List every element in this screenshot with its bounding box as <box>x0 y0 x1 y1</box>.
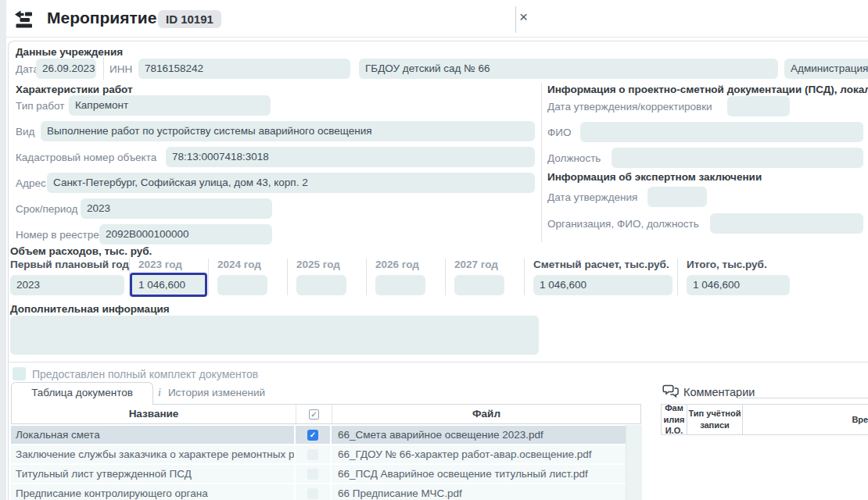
section-additional-info: Дополнительная информация <box>10 303 170 315</box>
inn-label: ИНН <box>109 63 132 75</box>
period-input[interactable]: 2023 <box>81 198 272 219</box>
checkbox-unchecked[interactable] <box>307 449 318 460</box>
expense-input[interactable]: 1 046,600 <box>533 275 673 295</box>
expense-input-focused[interactable]: 1 046,600 <box>130 273 207 297</box>
document-checkbox-cell <box>296 484 332 500</box>
inn-input[interactable]: 7816158242 <box>138 59 350 79</box>
table-row[interactable]: Титульный лист утвержденной ПСД66_ПСД Ав… <box>11 465 626 483</box>
tab-change-history[interactable]: iИстория изменений <box>158 382 265 403</box>
documents-complete-checkbox[interactable] <box>13 367 26 380</box>
psd-position-input[interactable] <box>612 148 863 168</box>
expenses-row: Первый плановый год20232023 год1 046,600… <box>10 259 793 297</box>
table-row[interactable]: Локальная смета✓66_Смета аварийное освещ… <box>11 426 626 444</box>
address-input[interactable]: Санкт-Петербург, Софийская улица, дом 43… <box>47 173 535 193</box>
app-header: Мероприятие ID 10191 <box>6 0 868 38</box>
tab-documents-table[interactable]: Таблица документов <box>11 382 153 405</box>
expense-column: 2026 год <box>366 259 445 295</box>
document-file-cell: 66_ГДОУ № 66-характер работ-авар.освещен… <box>332 445 626 463</box>
expert-approval-date-label: Дата утверждения <box>547 191 637 203</box>
document-name-cell: Заключение службы заказчика о характере … <box>11 445 296 463</box>
section-institution-data: Данные учреждения <box>16 46 123 58</box>
expert-org-label: Организация, ФИО, должность <box>547 218 699 230</box>
checkbox-column-icon: ✓ <box>309 409 319 420</box>
expense-input[interactable] <box>454 275 504 295</box>
cadastre-input[interactable]: 78:13:0007418:3018 <box>166 147 535 167</box>
work-kind-input[interactable]: Выполнение работ по устройству системы а… <box>41 121 535 141</box>
section-expert-opinion: Информация об экспертном заключении <box>547 171 762 183</box>
column-header-checkbox[interactable]: ✓ <box>296 405 332 423</box>
psd-position-label: Должность <box>547 152 601 164</box>
institution-name-input[interactable]: ГБДОУ детский сад № 66 <box>359 59 778 79</box>
checkbox-unchecked[interactable] <box>307 469 318 480</box>
page-left-gutter <box>0 0 6 500</box>
expense-column: Сметный расчет, тыс.руб.1 046,600 <box>524 259 677 295</box>
clear-icon[interactable]: × <box>519 9 528 26</box>
comments-table-header: Фамилия И.О.Тип учётной записиВремя <box>661 404 868 435</box>
column-header-file[interactable]: Файл <box>332 405 640 423</box>
column-divider <box>541 83 542 242</box>
table-scrollbar[interactable] <box>626 425 642 500</box>
expense-column: 2025 год <box>287 259 366 295</box>
expense-column: 2027 год <box>445 259 524 295</box>
section-expenses: Объем расходов, тыс. руб. <box>10 245 152 257</box>
documents-complete-label: Предоставлен полный комплект документов <box>32 368 258 380</box>
section-divider <box>9 362 868 362</box>
document-name-cell: Титульный лист утвержденной ПСД <box>11 465 296 483</box>
period-label: Срок/период <box>16 203 77 215</box>
document-checkbox-cell <box>296 465 332 483</box>
back-to-list-icon[interactable] <box>14 9 34 29</box>
app-window: { "header": { "title": "Мероприятие", "i… <box>0 0 868 500</box>
expense-column-label: 2027 год <box>454 259 524 271</box>
document-name-cell: Локальная смета <box>11 426 296 444</box>
checkbox-checked[interactable]: ✓ <box>307 430 318 441</box>
checkbox-unchecked[interactable] <box>307 488 318 499</box>
documents-table-body: Локальная смета✓66_Смета аварийное освещ… <box>11 426 626 500</box>
expense-column: Итого, тыс.руб.1 046,600 <box>677 259 793 295</box>
psd-approval-date-input[interactable] <box>727 96 790 116</box>
expense-column: 2023 год1 046,600 <box>129 259 208 297</box>
expense-input[interactable]: 2023 <box>10 275 124 295</box>
expense-column-label: Первый плановый год <box>10 259 129 271</box>
cadastre-label: Кадастровый номер объекта <box>16 152 156 163</box>
work-type-input[interactable]: Капремонт <box>69 95 271 116</box>
comments-icon <box>662 384 680 398</box>
page-title: Мероприятие <box>47 9 156 27</box>
table-row[interactable]: Предписание контролирующего органа66 Пре… <box>11 484 626 500</box>
expense-input[interactable] <box>217 275 267 295</box>
expense-input[interactable]: 1 046,600 <box>687 275 790 295</box>
tab-change-history-label: История изменений <box>168 387 265 398</box>
psd-fio-input[interactable] <box>580 122 863 142</box>
expense-input[interactable] <box>375 275 425 295</box>
administration-input[interactable]: Администрация <box>784 59 868 79</box>
table-row[interactable]: Заключение службы заказчика о характере … <box>11 445 626 463</box>
info-icon: i <box>158 387 161 398</box>
work-kind-label: Вид <box>16 126 34 138</box>
document-checkbox-cell: ✓ <box>296 426 332 444</box>
date-input[interactable]: 26.09.2023 <box>36 59 96 79</box>
expense-column-label: 2026 год <box>375 259 445 271</box>
expert-approval-date-input[interactable] <box>647 187 707 207</box>
expense-input[interactable] <box>296 275 346 295</box>
document-file-cell: 66_Смета аварийное освещение 2023.pdf <box>332 426 626 444</box>
psd-approval-date-label: Дата утверждения/корректировки <box>547 101 712 112</box>
divider <box>515 6 516 33</box>
document-file-cell: 66_ПСД Аварийное освещение титульный лис… <box>332 465 626 483</box>
expert-org-input[interactable] <box>710 213 863 234</box>
additional-info-textarea[interactable] <box>10 316 539 355</box>
document-file-cell: 66 Предписание МЧС.pdf <box>332 484 626 500</box>
expense-column-label: 2024 год <box>217 259 287 271</box>
section-psd-info: Информация о проектно-сметной документац… <box>547 84 868 95</box>
expense-column-label: 2025 год <box>296 259 366 271</box>
section-work-characteristics: Характеристики работ <box>16 84 133 95</box>
expense-column: Первый плановый год2023 <box>10 259 129 295</box>
divider <box>103 57 104 80</box>
expense-column-label: Итого, тыс.руб. <box>687 259 793 271</box>
document-checkbox-cell <box>296 445 332 463</box>
documents-table-header: Название ✓ Файл <box>11 404 641 424</box>
comments-column-header: Время <box>743 405 868 434</box>
expense-column-label: Сметный расчет, тыс.руб. <box>533 259 677 271</box>
work-type-label: Тип работ <box>16 100 64 112</box>
expense-column: 2024 год <box>208 259 287 295</box>
column-header-name[interactable]: Название <box>12 405 296 423</box>
registry-number-input[interactable]: 2092B000100000 <box>99 224 272 245</box>
